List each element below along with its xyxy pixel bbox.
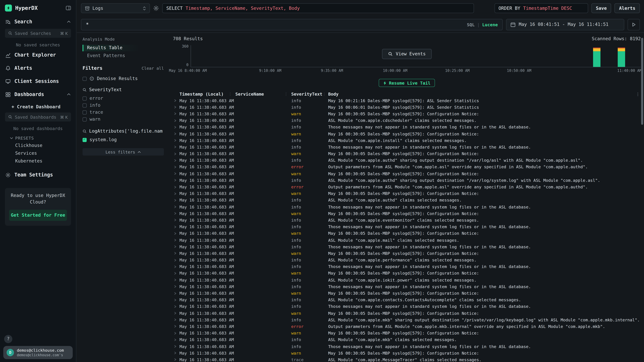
- log-table-row[interactable]: May 16 11:38:40.683 AM info Those messag…: [173, 303, 641, 310]
- row-expand-icon[interactable]: [173, 192, 180, 195]
- log-table-row[interactable]: May 16 11:38:40.683 AM info ASL Module "…: [173, 197, 641, 204]
- column-header-severitytext[interactable]: SeverityText⋮: [291, 92, 328, 96]
- log-table-row[interactable]: May 16 11:38:40.683 AM warn May 16 00:30…: [173, 130, 641, 137]
- histogram-bar[interactable]: [593, 48, 600, 67]
- resume-live-tail-button[interactable]: Resume Live Tail: [378, 79, 435, 87]
- row-expand-icon[interactable]: [173, 199, 180, 202]
- row-expand-icon[interactable]: [173, 145, 180, 149]
- search-query-input[interactable]: * SQL|Lucene: [81, 19, 503, 30]
- log-table-row[interactable]: May 16 11:38:40.683 AM info Those messag…: [173, 343, 641, 350]
- log-table-row[interactable]: May 16 11:38:40.683 AM info Those messag…: [173, 204, 641, 210]
- row-expand-icon[interactable]: [173, 159, 180, 162]
- save-button[interactable]: Save: [591, 3, 611, 13]
- log-table-row[interactable]: May 16 11:38:40.683 AM info Those messag…: [173, 124, 641, 131]
- row-expand-icon[interactable]: [173, 205, 180, 209]
- log-table-row[interactable]: May 16 11:38:40.683 AM warn May 16 00:30…: [173, 111, 641, 117]
- log-table-row[interactable]: May 16 11:38:40.683 AM info ASL Module "…: [173, 177, 641, 184]
- row-expand-icon[interactable]: [173, 99, 180, 102]
- row-expand-icon[interactable]: [173, 165, 180, 169]
- log-table-row[interactable]: May 16 11:38:40.683 AM info Those messag…: [173, 144, 641, 150]
- log-table-row[interactable]: May 16 11:38:40.683 AM warn May 16 00:30…: [173, 150, 641, 157]
- row-expand-icon[interactable]: [173, 225, 180, 228]
- checkbox[interactable]: [82, 117, 87, 121]
- log-table-row[interactable]: May 16 11:38:40.683 AM warn May 16 00:30…: [173, 270, 641, 277]
- preset-item[interactable]: Clickhouse: [0, 142, 76, 149]
- log-table-row[interactable]: May 16 11:38:40.683 AM warn May 16 00:30…: [173, 190, 641, 197]
- source-settings-gear-icon[interactable]: [153, 5, 159, 11]
- preset-item[interactable]: Kubernetes: [0, 157, 76, 165]
- log-table-row[interactable]: May 16 11:38:40.683 AM info May 16 00:06…: [173, 104, 641, 111]
- checkbox[interactable]: [82, 96, 87, 100]
- log-table-row[interactable]: May 16 11:38:40.683 AM warn May 16 00:30…: [173, 230, 641, 237]
- checkbox[interactable]: [82, 103, 87, 107]
- row-expand-icon[interactable]: [173, 312, 180, 315]
- row-expand-icon[interactable]: [173, 132, 180, 135]
- row-expand-icon[interactable]: [173, 245, 180, 248]
- row-expand-icon[interactable]: [173, 265, 180, 268]
- row-expand-icon[interactable]: [173, 298, 180, 302]
- histogram-bar[interactable]: [618, 48, 625, 67]
- alerts-button[interactable]: Alerts: [614, 3, 640, 13]
- filter-checkbox-option[interactable]: warn: [82, 116, 164, 123]
- row-expand-icon[interactable]: [173, 318, 180, 321]
- row-expand-icon[interactable]: [173, 185, 180, 189]
- column-header-timestamp[interactable]: Timestamp (Local)⋮: [180, 92, 235, 96]
- log-table-row[interactable]: May 16 11:38:40.683 AM warn May 16 00:30…: [173, 210, 641, 217]
- sidebar-item-dashboards[interactable]: Dashboards: [0, 88, 76, 101]
- row-expand-icon[interactable]: [173, 152, 180, 155]
- filter-checkbox-option[interactable]: trace: [82, 109, 164, 116]
- row-expand-icon[interactable]: [173, 239, 180, 242]
- log-table-row[interactable]: May 16 11:38:40.683 AM warn May 16 00:30…: [173, 350, 641, 357]
- row-expand-icon[interactable]: [173, 125, 180, 129]
- log-table-row[interactable]: May 16 11:38:40.683 AM info May 16 00:21…: [173, 97, 641, 104]
- sidebar-item-team-settings[interactable]: Team Settings: [0, 168, 76, 181]
- log-table-row[interactable]: May 16 11:38:40.683 AM info Those messag…: [173, 224, 641, 230]
- row-expand-icon[interactable]: [173, 252, 180, 255]
- row-expand-icon[interactable]: [173, 232, 180, 235]
- row-expand-icon[interactable]: [173, 112, 180, 115]
- denoise-checkbox[interactable]: [82, 76, 87, 81]
- view-events-button[interactable]: View Events: [382, 49, 432, 59]
- log-table-row[interactable]: May 16 11:38:40.683 AM info Those messag…: [173, 244, 641, 250]
- checkbox[interactable]: [82, 138, 87, 142]
- get-started-button[interactable]: Get Started for Free: [9, 210, 67, 221]
- row-expand-icon[interactable]: [173, 332, 180, 335]
- log-table-row[interactable]: May 16 11:38:40.683 AM info ASL Module "…: [173, 317, 641, 323]
- column-drag-handle[interactable]: ⋮: [284, 92, 288, 96]
- log-table-row[interactable]: May 16 11:38:40.683 AM info ASL Module "…: [173, 297, 641, 303]
- row-expand-icon[interactable]: [173, 278, 180, 282]
- row-expand-icon[interactable]: [173, 106, 180, 109]
- row-expand-icon[interactable]: [173, 345, 180, 348]
- row-expand-icon[interactable]: [173, 285, 180, 288]
- row-expand-icon[interactable]: [173, 172, 180, 175]
- log-table-row[interactable]: May 16 11:38:40.683 AM warn May 16 00:30…: [173, 290, 641, 297]
- row-expand-icon[interactable]: [173, 292, 180, 295]
- row-expand-icon[interactable]: [173, 272, 180, 275]
- filter-checkbox-option[interactable]: error: [82, 95, 164, 102]
- checkbox[interactable]: [82, 110, 87, 114]
- saved-searches-input[interactable]: Saved Searches ⌘ K: [5, 29, 71, 38]
- less-filters-button[interactable]: Less filters: [82, 148, 164, 156]
- source-selector[interactable]: Logs: [81, 3, 150, 13]
- log-table-row[interactable]: May 16 11:38:40.683 AM info ASL Module "…: [173, 137, 641, 144]
- sidebar-item-search[interactable]: Search: [0, 15, 76, 28]
- log-table-row[interactable]: May 16 11:38:40.683 AM info ASL Module "…: [173, 237, 641, 244]
- log-table-row[interactable]: May 16 11:38:40.683 AM error Output para…: [173, 323, 641, 330]
- sidebar-item-chart-explorer[interactable]: Chart Explorer: [0, 48, 76, 61]
- row-expand-icon[interactable]: [173, 325, 180, 328]
- log-table-row[interactable]: May 16 11:38:40.683 AM info Those messag…: [173, 263, 641, 270]
- log-table-row[interactable]: May 16 11:38:40.683 AM error Output para…: [173, 164, 641, 170]
- sidebar-item-client-sessions[interactable]: Client Sessions: [0, 75, 76, 88]
- row-expand-icon[interactable]: [173, 212, 180, 215]
- clear-all-link[interactable]: Clear all: [142, 66, 164, 70]
- row-expand-icon[interactable]: [173, 358, 180, 361]
- table-options-kebab-icon[interactable]: ⋮: [636, 92, 640, 96]
- log-table-row[interactable]: May 16 11:38:40.683 AM warn May 16 00:30…: [173, 310, 641, 317]
- column-drag-handle[interactable]: ⋮: [228, 92, 232, 96]
- column-drag-handle[interactable]: ⋮: [322, 92, 326, 96]
- log-table-row[interactable]: May 16 11:38:40.683 AM info ASL Module "…: [173, 217, 641, 224]
- mode-results-table[interactable]: Results Table: [82, 45, 164, 51]
- column-header-servicename[interactable]: ServiceName⋮: [235, 92, 291, 96]
- sidebar-collapse-icon[interactable]: [66, 6, 71, 10]
- log-table-row[interactable]: May 16 11:38:40.683 AM trace ASL Module …: [173, 356, 641, 362]
